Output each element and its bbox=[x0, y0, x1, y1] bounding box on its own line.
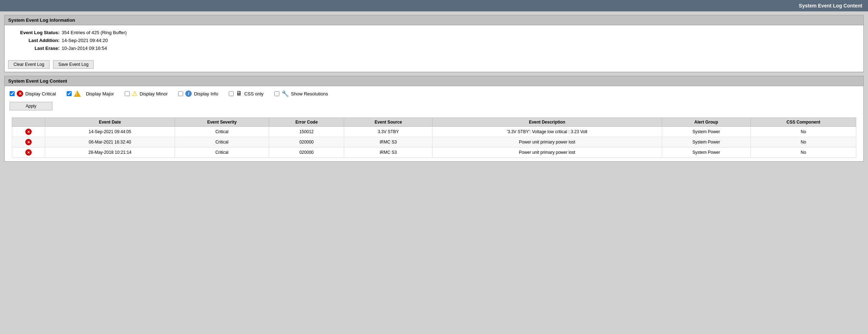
table-row: 06-Mar-2021 16:32:40Critical020000iRMC S… bbox=[12, 137, 856, 147]
row-cell-alertgroup: System Power bbox=[662, 127, 751, 137]
apply-button[interactable]: Apply bbox=[10, 102, 52, 110]
critical-row-icon bbox=[25, 149, 32, 156]
table-header-row: Event Date Event Severity Error Code Eve… bbox=[12, 118, 856, 127]
info-panel-header: System Event Log Information bbox=[5, 15, 863, 25]
filter-minor: ⚠ Display Minor bbox=[125, 90, 168, 98]
row-cell-eventdate: 06-Mar-2021 16:32:40 bbox=[45, 137, 175, 147]
row-cell-csscomponent: No bbox=[751, 137, 856, 147]
css-icon: 🖥 bbox=[236, 90, 242, 97]
critical-icon bbox=[17, 90, 23, 97]
checkbox-resolution[interactable] bbox=[274, 91, 279, 96]
content-panel: System Event Log Content Display Critica… bbox=[4, 76, 864, 162]
checkbox-css[interactable] bbox=[229, 91, 234, 96]
row-cell-eventdate: 14-Sep-2021 09:44:05 bbox=[45, 127, 175, 137]
col-header-error-code: Error Code bbox=[269, 118, 344, 127]
row-cell-eventdate: 28-May-2018 10:21:14 bbox=[45, 147, 175, 158]
col-header-alert-group: Alert Group bbox=[662, 118, 751, 127]
table-wrap: Event Date Event Severity Error Code Eve… bbox=[5, 114, 863, 161]
info-row-status: Event Log Status: 354 Entries of 425 (Ri… bbox=[10, 29, 858, 37]
table-row: 14-Sep-2021 09:44:05Critical1500123.3V S… bbox=[12, 127, 856, 137]
filter-info: Display Info bbox=[178, 90, 218, 97]
critical-row-icon bbox=[25, 139, 32, 145]
info-panel: System Event Log Information Event Log S… bbox=[4, 15, 864, 72]
last-addition-label: Last Addition: bbox=[10, 37, 60, 45]
row-cell-csscomponent: No bbox=[751, 147, 856, 158]
event-table: Event Date Event Severity Error Code Eve… bbox=[12, 118, 856, 158]
filter-major: Display Major bbox=[67, 90, 114, 97]
checkbox-info[interactable] bbox=[178, 91, 183, 96]
filter-critical-label: Display Critical bbox=[25, 91, 56, 96]
row-cell-eventsource: iRMC S3 bbox=[344, 147, 433, 158]
row-cell-eventsource: 3.3V STBY bbox=[344, 127, 433, 137]
row-cell-eventsource: iRMC S3 bbox=[344, 137, 433, 147]
row-icon-cell bbox=[12, 137, 45, 147]
filter-minor-label: Display Minor bbox=[140, 91, 168, 96]
row-cell-errorcode: 150012 bbox=[269, 127, 344, 137]
last-addition-value: 14-Sep-2021 09:44:20 bbox=[62, 37, 108, 45]
row-cell-alertgroup: System Power bbox=[662, 137, 751, 147]
status-label: Event Log Status: bbox=[10, 29, 60, 37]
info-row-last-addition: Last Addition: 14-Sep-2021 09:44:20 bbox=[10, 37, 858, 45]
row-cell-alertgroup: System Power bbox=[662, 147, 751, 158]
filter-info-label: Display Info bbox=[194, 91, 218, 96]
col-header-event-severity: Event Severity bbox=[175, 118, 269, 127]
filter-css: 🖥 CSS only bbox=[229, 90, 263, 97]
col-header-event-source: Event Source bbox=[344, 118, 433, 127]
col-header-event-description: Event Description bbox=[433, 118, 662, 127]
content-panel-header: System Event Log Content bbox=[5, 76, 863, 86]
row-icon-cell bbox=[12, 127, 45, 137]
col-header-event-date: Event Date bbox=[45, 118, 175, 127]
row-cell-eventseverity: Critical bbox=[175, 147, 269, 158]
info-row-last-erase: Last Erase: 10-Jan-2014 09:16:54 bbox=[10, 45, 858, 52]
row-cell-eventdescription: Power unit primary power lost bbox=[433, 137, 662, 147]
filter-css-label: CSS only bbox=[244, 91, 263, 96]
major-icon bbox=[74, 90, 81, 97]
filter-resolution-label: Show Resolutions bbox=[291, 91, 328, 96]
filter-resolution: 🔧 Show Resolutions bbox=[274, 90, 328, 98]
page-wrapper: System Event Log Content System Event Lo… bbox=[0, 0, 868, 334]
row-icon-cell bbox=[12, 147, 45, 158]
page-title: System Event Log Content bbox=[799, 3, 862, 9]
filter-row: Display Critical Display Major ⚠ Display… bbox=[5, 86, 863, 100]
row-cell-errorcode: 020000 bbox=[269, 137, 344, 147]
save-event-log-button[interactable]: Save Event Log bbox=[53, 60, 94, 69]
resolution-icon: 🔧 bbox=[281, 90, 289, 98]
row-cell-eventseverity: Critical bbox=[175, 137, 269, 147]
minor-icon: ⚠ bbox=[132, 90, 138, 98]
info-table: Event Log Status: 354 Entries of 425 (Ri… bbox=[10, 29, 858, 52]
checkbox-minor[interactable] bbox=[125, 91, 130, 96]
checkbox-major[interactable] bbox=[67, 91, 72, 96]
row-cell-csscomponent: No bbox=[751, 127, 856, 137]
apply-row: Apply bbox=[5, 100, 863, 114]
row-cell-eventdescription: Power unit primary power lost bbox=[433, 147, 662, 158]
col-header-icon bbox=[12, 118, 45, 127]
filter-major-label: Display Major bbox=[86, 91, 114, 96]
title-bar: System Event Log Content bbox=[0, 0, 868, 11]
filter-critical: Display Critical bbox=[10, 90, 56, 97]
info-icon bbox=[185, 90, 192, 97]
button-row: Clear Event Log Save Event Log bbox=[5, 57, 863, 72]
table-row: 28-May-2018 10:21:14Critical020000iRMC S… bbox=[12, 147, 856, 158]
status-value: 354 Entries of 425 (Ring Buffer) bbox=[62, 29, 127, 37]
row-cell-eventdescription: '3.3V STBY': Voltage low critical : 3.23… bbox=[433, 127, 662, 137]
row-cell-eventseverity: Critical bbox=[175, 127, 269, 137]
critical-row-icon bbox=[25, 129, 32, 135]
last-erase-value: 10-Jan-2014 09:16:54 bbox=[62, 45, 107, 52]
last-erase-label: Last Erase: bbox=[10, 45, 60, 52]
info-panel-body: Event Log Status: 354 Entries of 425 (Ri… bbox=[5, 25, 863, 57]
checkbox-critical[interactable] bbox=[10, 91, 15, 96]
col-header-css-component: CSS Component bbox=[751, 118, 856, 127]
clear-event-log-button[interactable]: Clear Event Log bbox=[8, 60, 50, 69]
main-content: System Event Log Information Event Log S… bbox=[0, 11, 868, 169]
row-cell-errorcode: 020000 bbox=[269, 147, 344, 158]
